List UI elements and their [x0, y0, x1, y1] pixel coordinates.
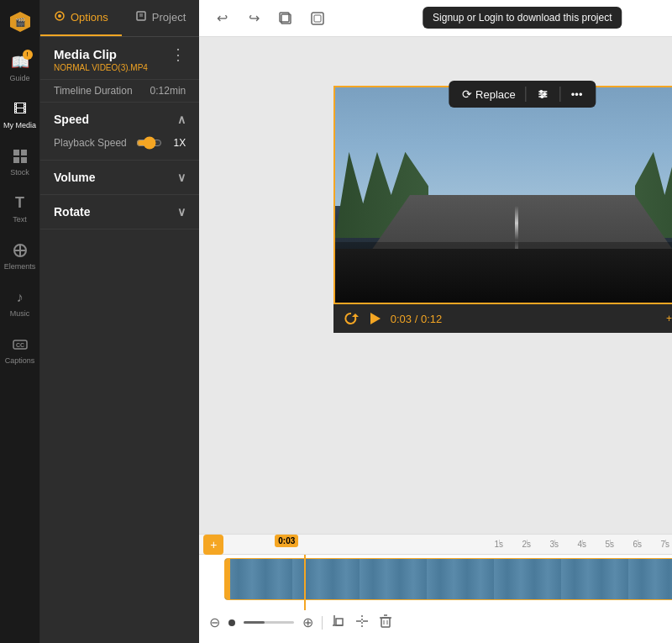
- sidebar-item-label: Elements: [4, 262, 36, 271]
- sidebar-item-captions[interactable]: CC Captions: [0, 326, 40, 373]
- video-container: 0:03 / 0:12 + Music: [333, 86, 672, 333]
- timeline-track[interactable]: 0:12: [224, 558, 672, 600]
- redo-button[interactable]: ↪: [241, 6, 266, 31]
- svg-rect-5: [21, 157, 27, 163]
- sidebar-item-music[interactable]: ♪ Music: [0, 279, 40, 326]
- play-button[interactable]: [367, 311, 382, 326]
- svg-marker-27: [370, 313, 381, 324]
- guide-icon: 📖: [11, 53, 29, 71]
- svg-rect-34: [381, 618, 390, 627]
- options-tabs: Options Project: [40, 0, 199, 37]
- clip-menu-button[interactable]: ⋮: [171, 47, 186, 62]
- sidebar-item-my-media[interactable]: 🎞 My Media: [0, 91, 40, 138]
- options-tab-icon: [54, 10, 66, 24]
- svg-point-25: [541, 95, 544, 98]
- project-tab-label: Project: [152, 11, 186, 24]
- signup-banner: Signup or Login to download this project: [423, 7, 622, 29]
- clip-info: Media Clip NORMAL VIDEO(3).MP4 ⋮: [40, 37, 199, 80]
- restart-button[interactable]: [344, 311, 359, 326]
- more-options-button[interactable]: •••: [566, 87, 588, 103]
- current-time-badge: 0:03: [275, 535, 298, 547]
- crop-tool-button[interactable]: [331, 614, 346, 631]
- replace-button[interactable]: ⟳ Replace: [457, 86, 521, 103]
- ruler-tick-2s: 2s: [512, 540, 540, 549]
- volume-header[interactable]: Volume ∨: [40, 161, 199, 194]
- ruler-tick-3s: 3s: [540, 540, 568, 549]
- zoom-out-button[interactable]: ⊖: [209, 614, 220, 630]
- adjust-button[interactable]: [532, 86, 555, 103]
- replace-toolbar: ⟳ Replace •••: [449, 81, 596, 108]
- tab-project[interactable]: Project: [122, 0, 199, 36]
- timeline-ruler: + 0:03 1s 2s 3s 4s 5s 6s 7s 8s 9s 10s 11…: [199, 535, 672, 555]
- rotate-header[interactable]: Rotate ∨: [40, 195, 199, 229]
- options-tab-label: Options: [71, 11, 108, 24]
- sidebar-item-text[interactable]: T Text: [0, 185, 40, 232]
- stock-icon: [11, 147, 29, 166]
- road-scene: [335, 87, 672, 303]
- replace-label: Replace: [475, 88, 516, 101]
- music-icon: ♪: [11, 288, 29, 307]
- svg-point-12: [58, 14, 61, 18]
- svg-rect-3: [21, 150, 27, 155]
- sidebar-item-stock[interactable]: Stock: [0, 138, 40, 185]
- svg-rect-19: [314, 15, 321, 22]
- video-area: ⟳ Replace •••: [199, 37, 672, 534]
- ruler-tick-5s: 5s: [596, 540, 623, 549]
- ruler-tick-4s: 4s: [568, 540, 596, 549]
- volume-section: Volume ∨: [40, 161, 199, 195]
- share-button[interactable]: [305, 6, 330, 31]
- time-display: 0:03 / 0:12: [391, 313, 442, 325]
- adjust-icon: [537, 87, 550, 101]
- rotate-chevron-icon: ∨: [177, 205, 186, 219]
- split-tool-button[interactable]: [354, 614, 370, 631]
- icon-sidebar: 🎬 📖 Guide 🎞 My Media Stock T Text Elemen…: [0, 0, 40, 643]
- speed-content: Playback Speed 1X: [40, 136, 199, 160]
- duration-label: Timeline Duration: [54, 85, 133, 97]
- tab-options[interactable]: Options: [40, 0, 122, 36]
- clip-subtitle: NORMAL VIDEO(3).MP4: [54, 63, 148, 72]
- zoom-dot: [228, 619, 235, 626]
- undo-button[interactable]: ↩: [209, 6, 234, 31]
- timeline-area: + 0:03 1s 2s 3s 4s 5s 6s 7s 8s 9s 10s 11…: [199, 534, 672, 643]
- duplicate-button[interactable]: [273, 6, 298, 31]
- sidebar-item-label: Guide: [9, 74, 29, 82]
- speed-label: Speed: [54, 113, 89, 126]
- sidebar-item-guide[interactable]: 📖 Guide: [0, 44, 40, 91]
- add-music-button[interactable]: + Music: [666, 313, 672, 324]
- delete-tool-button[interactable]: [378, 614, 393, 631]
- options-panel: Options Project Media Clip NORMAL VIDEO(…: [40, 0, 199, 643]
- replace-divider: [526, 87, 527, 102]
- zoom-fill: [244, 621, 265, 624]
- timeline-bottom-bar: ⊖ ⊕: [199, 610, 672, 635]
- clip-title: Media Clip: [54, 47, 148, 61]
- speed-chevron-icon: ∧: [177, 113, 186, 126]
- playback-speed-label: Playback Speed: [54, 137, 129, 149]
- project-tab-icon: [135, 10, 147, 24]
- zoom-track: [244, 621, 294, 624]
- timeline-add-button[interactable]: +: [203, 535, 223, 555]
- playback-speed-slider[interactable]: [136, 136, 162, 150]
- duration-value: 0:12min: [150, 85, 186, 97]
- ruler-tick-7s: 7s: [651, 540, 672, 549]
- sidebar-item-label: Stock: [10, 168, 29, 177]
- captions-icon: CC: [11, 335, 29, 354]
- svg-point-23: [540, 90, 543, 93]
- sidebar-item-label: Music: [10, 309, 30, 318]
- main-content: ↩ ↪ Signup or Login to download this pro…: [199, 0, 672, 643]
- svg-rect-30: [336, 619, 343, 625]
- dashboard: [335, 249, 672, 303]
- speed-header[interactable]: Speed ∧: [40, 103, 199, 136]
- zoom-in-button[interactable]: ⊕: [302, 614, 313, 630]
- track-left-handle[interactable]: [225, 559, 230, 599]
- svg-marker-26: [352, 314, 359, 317]
- svg-rect-2: [13, 150, 19, 155]
- sidebar-item-elements[interactable]: Elements: [0, 232, 40, 279]
- add-icon: +: [210, 538, 217, 551]
- svg-rect-18: [312, 13, 323, 24]
- svg-point-24: [543, 92, 547, 96]
- volume-label: Volume: [54, 171, 96, 184]
- video-controls: 0:03 / 0:12 + Music: [333, 304, 672, 333]
- elements-icon: [11, 241, 29, 260]
- svg-rect-4: [13, 157, 19, 163]
- top-toolbar: ↩ ↪ Signup or Login to download this pro…: [199, 0, 672, 37]
